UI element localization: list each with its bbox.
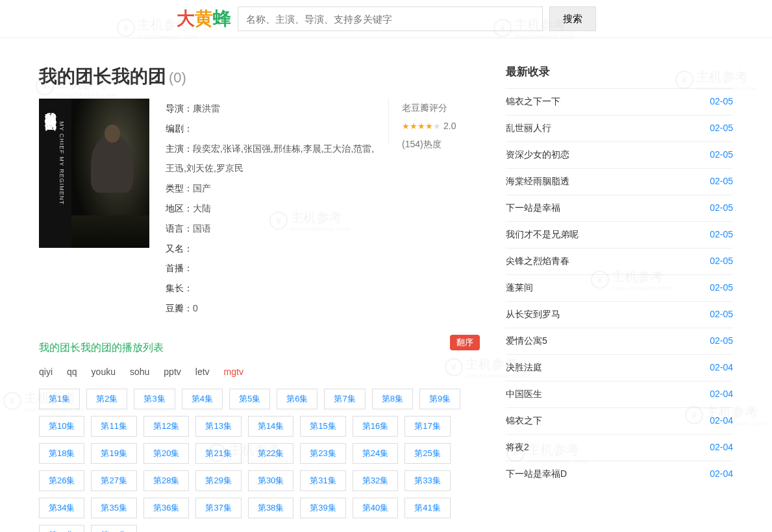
episode-link[interactable]: 第27集 <box>91 470 136 491</box>
recent-item[interactable]: 决胜法庭02-04 <box>506 354 733 381</box>
recent-item-name: 锦衣之下 <box>506 415 542 427</box>
episode-link[interactable]: 第38集 <box>248 498 293 518</box>
recent-item-name: 将夜2 <box>506 442 529 453</box>
recent-item-date: 02-05 <box>710 309 733 320</box>
episode-link[interactable]: 第41集 <box>405 498 450 518</box>
poster[interactable]: 我的团长我的团 MY CHIEF MY REGIMENT <box>39 99 149 248</box>
episode-link[interactable]: 第15集 <box>300 416 345 437</box>
recent-item[interactable]: 从长安到罗马02-05 <box>506 301 733 328</box>
source-tab-letv[interactable]: letv <box>195 367 210 377</box>
episode-link[interactable]: 第22集 <box>248 443 293 464</box>
recent-item[interactable]: 中国医生02-04 <box>506 381 733 407</box>
episode-list: 第1集第2集第3集第4集第5集第6集第7集第8集第9集第10集第11集第12集第… <box>39 389 480 532</box>
rating-box: 老豆瓣评分 ★★★★★2.0 (154)热度 <box>402 99 480 319</box>
recent-item-date: 02-05 <box>710 202 733 214</box>
recent-item-date: 02-04 <box>710 389 733 400</box>
episode-link[interactable]: 第32集 <box>353 470 398 491</box>
source-tab-qiyi[interactable]: qiyi <box>39 367 53 377</box>
search-input[interactable] <box>238 6 543 31</box>
recent-item[interactable]: 海棠经雨胭脂透02-05 <box>506 168 733 195</box>
episode-link[interactable]: 第43集 <box>91 525 136 532</box>
episode-link[interactable]: 第21集 <box>195 443 241 464</box>
episode-link[interactable]: 第6集 <box>277 389 318 409</box>
episode-link[interactable]: 第18集 <box>39 443 84 464</box>
episode-link[interactable]: 第42集 <box>39 525 84 532</box>
episode-link[interactable]: 第7集 <box>324 389 365 409</box>
recent-item-name: 我们才不是兄弟呢 <box>506 229 579 241</box>
episode-link[interactable]: 第34集 <box>39 498 84 518</box>
recent-item[interactable]: 下一站是幸福02-05 <box>506 195 733 221</box>
episode-link[interactable]: 第2集 <box>86 389 127 409</box>
episode-link[interactable]: 第31集 <box>300 470 345 491</box>
source-tab-pptv[interactable]: pptv <box>164 367 181 377</box>
recent-item-name: 爱情公寓5 <box>506 335 547 347</box>
recent-item-date: 02-05 <box>710 176 733 187</box>
episode-link[interactable]: 第13集 <box>195 416 241 437</box>
episode-link[interactable]: 第3集 <box>134 389 175 409</box>
episode-link[interactable]: 第39集 <box>300 498 345 518</box>
episode-link[interactable]: 第19集 <box>91 443 136 464</box>
recent-item[interactable]: 下一站是幸福D02-04 <box>506 461 733 487</box>
source-tabs: qiyiqqyoukusohupptvletvmgtv <box>39 367 480 377</box>
recent-item[interactable]: 将夜202-04 <box>506 434 733 461</box>
episode-link[interactable]: 第30集 <box>248 470 293 491</box>
recent-item-date: 02-04 <box>710 442 733 453</box>
recent-item[interactable]: 锦衣之下一下02-05 <box>506 88 733 115</box>
episode-link[interactable]: 第29集 <box>195 470 241 491</box>
meta-info: 导演：康洪雷 编剧： 主演：段奕宏,张译,张国强,邢佳栋,李晨,王大治,范雷,王… <box>166 99 375 319</box>
recent-item-name: 乱世丽人行 <box>506 123 551 134</box>
recent-item[interactable]: 蓬莱间02-05 <box>506 274 733 301</box>
recent-item-name: 从长安到罗马 <box>506 309 560 320</box>
recent-item[interactable]: 乱世丽人行02-05 <box>506 115 733 141</box>
playlist-title: 我的团长我的团的播放列表 <box>39 341 164 355</box>
episode-link[interactable]: 第8集 <box>372 389 413 409</box>
episode-link[interactable]: 第4集 <box>182 389 223 409</box>
logo[interactable]: 大 黄 蜂 <box>177 6 231 31</box>
episode-link[interactable]: 第37集 <box>195 498 241 518</box>
recent-item-date: 02-04 <box>710 415 733 427</box>
recent-item-name: 决胜法庭 <box>506 362 542 374</box>
episode-link[interactable]: 第11集 <box>91 416 136 437</box>
episode-link[interactable]: 第5集 <box>229 389 270 409</box>
recent-item-date: 02-05 <box>710 229 733 241</box>
recent-item[interactable]: 爱情公寓502-05 <box>506 328 733 354</box>
episode-link[interactable]: 第20集 <box>143 443 189 464</box>
episode-link[interactable]: 第16集 <box>353 416 398 437</box>
recent-item-date: 02-05 <box>710 123 733 134</box>
episode-link[interactable]: 第36集 <box>143 498 189 518</box>
recent-item-name: 锦衣之下一下 <box>506 96 560 108</box>
page-title: 我的团长我的团 (0) <box>39 64 480 89</box>
episode-link[interactable]: 第26集 <box>39 470 84 491</box>
episode-link[interactable]: 第17集 <box>405 416 450 437</box>
episode-link[interactable]: 第1集 <box>39 389 80 409</box>
recent-item-name: 海棠经雨胭脂透 <box>506 176 569 187</box>
recent-item-date: 02-05 <box>710 282 733 294</box>
recent-item-name: 蓬莱间 <box>506 282 533 294</box>
recent-list: 锦衣之下一下02-05乱世丽人行02-05资深少女的初恋02-05海棠经雨胭脂透… <box>506 88 733 487</box>
flip-order-button[interactable]: 翻序 <box>450 335 480 350</box>
recent-item-date: 02-04 <box>710 362 733 374</box>
source-tab-mgtv[interactable]: mgtv <box>224 367 243 377</box>
recent-item[interactable]: 资深少女的初恋02-05 <box>506 141 733 168</box>
episode-link[interactable]: 第12集 <box>143 416 189 437</box>
episode-link[interactable]: 第23集 <box>300 443 345 464</box>
recent-item[interactable]: 锦衣之下02-04 <box>506 407 733 434</box>
recent-item-name: 资深少女的初恋 <box>506 149 569 161</box>
episode-link[interactable]: 第24集 <box>353 443 398 464</box>
episode-link[interactable]: 第9集 <box>419 389 460 409</box>
recent-item-date: 02-05 <box>710 335 733 347</box>
episode-link[interactable]: 第10集 <box>39 416 84 437</box>
source-tab-youku[interactable]: youku <box>92 367 116 377</box>
recent-item[interactable]: 我们才不是兄弟呢02-05 <box>506 221 733 248</box>
episode-link[interactable]: 第28集 <box>143 470 189 491</box>
source-tab-qq[interactable]: qq <box>67 367 77 377</box>
source-tab-sohu[interactable]: sohu <box>130 367 149 377</box>
episode-link[interactable]: 第35集 <box>91 498 136 518</box>
recent-item-name: 下一站是幸福 <box>506 202 560 214</box>
search-button[interactable]: 搜索 <box>549 6 596 31</box>
episode-link[interactable]: 第25集 <box>405 443 450 464</box>
episode-link[interactable]: 第14集 <box>248 416 293 437</box>
episode-link[interactable]: 第40集 <box>353 498 398 518</box>
episode-link[interactable]: 第33集 <box>405 470 450 491</box>
recent-item[interactable]: 尖锋之烈焰青春02-05 <box>506 248 733 274</box>
